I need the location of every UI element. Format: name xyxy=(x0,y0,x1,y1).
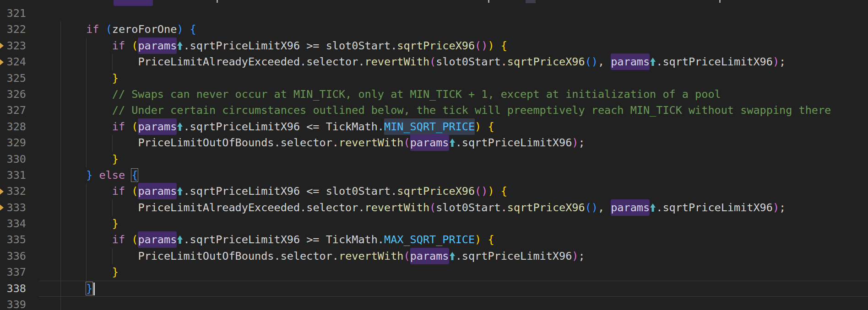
code-line[interactable]: 328 if (params.sqrtPriceLimitX96 <= Tick… xyxy=(0,119,868,135)
code-token xyxy=(34,55,138,68)
line-number[interactable]: 323 xyxy=(0,38,26,54)
code-line[interactable]: 334 } xyxy=(0,216,868,232)
code-token: ( xyxy=(429,201,436,214)
indent-guide xyxy=(60,297,61,310)
line-number[interactable]: 338 xyxy=(0,281,26,297)
code-token: ) xyxy=(475,233,481,246)
code-line[interactable]: 321 xyxy=(0,5,868,21)
code-token: } xyxy=(112,217,119,230)
code-token: slot0Start. xyxy=(436,55,507,68)
gutter-marker-icon xyxy=(0,187,4,196)
line-number[interactable]: 321 xyxy=(0,5,26,21)
code-text: } xyxy=(34,281,95,297)
code-token xyxy=(34,217,112,230)
code-token: { xyxy=(488,233,494,246)
code-token: .sqrtPriceLimitX96 xyxy=(656,201,773,214)
line-number[interactable]: 322 xyxy=(0,21,26,37)
code-text: if (params.sqrtPriceLimitX96 <= TickMath… xyxy=(34,119,494,135)
code-text: if (params.sqrtPriceLimitX96 <= slot0Sta… xyxy=(34,183,507,199)
code-text: PriceLimitAlreadyExceeded.selector.rever… xyxy=(34,54,786,70)
code-text: } xyxy=(34,264,119,280)
code-token: ( xyxy=(131,39,138,52)
line-number[interactable]: 331 xyxy=(0,167,26,183)
code-token: revertWith xyxy=(339,250,403,262)
code-line[interactable]: 331 } else { xyxy=(0,167,868,183)
code-line[interactable]: 338 } xyxy=(0,281,868,297)
params-occurrence-highlight: params xyxy=(410,248,449,264)
text-cursor xyxy=(93,283,95,295)
code-text: if (zeroForOne) { xyxy=(34,21,196,37)
code-token: .sqrtPriceLimitX96 xyxy=(456,250,572,262)
code-token xyxy=(125,185,131,198)
line-number[interactable]: 332 xyxy=(0,183,26,199)
code-token: sqrtPriceX96 xyxy=(397,185,475,198)
code-line[interactable]: 324 PriceLimitAlreadyExceeded.selector.r… xyxy=(0,54,868,70)
line-number[interactable]: 327 xyxy=(0,102,26,118)
code-line[interactable]: 330 } xyxy=(0,151,868,167)
code-token: PriceLimitOutOfBounds.selector. xyxy=(138,136,339,149)
code-token xyxy=(34,185,112,198)
code-token: sqrtPriceX96 xyxy=(397,39,475,52)
code-token: { xyxy=(501,39,507,52)
code-token: revertWith xyxy=(339,136,403,149)
code-token: else xyxy=(99,169,125,182)
code-token: ) xyxy=(773,55,779,68)
code-line[interactable]: 336 PriceLimitOutOfBounds.selector.rever… xyxy=(0,248,868,264)
code-line[interactable]: 332 if (params.sqrtPriceLimitX96 <= slot… xyxy=(0,183,868,199)
code-line[interactable]: 337 } xyxy=(0,264,868,280)
code-token: revertWith xyxy=(365,201,429,214)
code-token: MIN_SQRT_PRICE xyxy=(384,118,475,135)
params-occurrence-highlight: params xyxy=(410,134,449,151)
line-number[interactable]: 337 xyxy=(0,264,26,280)
code-token: // Under certain circumstances outlined … xyxy=(112,104,831,117)
line-number[interactable]: 334 xyxy=(0,216,26,232)
code-token: if xyxy=(112,233,125,246)
code-token xyxy=(125,39,131,52)
line-number[interactable]: 335 xyxy=(0,232,26,248)
code-line[interactable]: 326 // Swaps can never occur at MIN_TICK… xyxy=(0,86,868,102)
code-token: PriceLimitOutOfBounds.selector. xyxy=(138,250,339,262)
line-number[interactable]: 326 xyxy=(0,86,26,102)
storage-pointer-arrow-icon xyxy=(449,251,456,262)
code-lines: 321322 if (zeroForOne) {323 if (params.s… xyxy=(0,5,868,310)
code-line[interactable]: 323 if (params.sqrtPriceLimitX96 >= slot… xyxy=(0,38,868,54)
storage-pointer-arrow-icon xyxy=(177,186,183,197)
line-number[interactable]: 330 xyxy=(0,151,26,167)
line-number[interactable]: 333 xyxy=(0,200,26,216)
code-token xyxy=(34,23,86,36)
line-number[interactable]: 329 xyxy=(0,135,26,151)
code-token: ) xyxy=(488,39,494,52)
code-token: .sqrtPriceLimitX96 xyxy=(456,136,572,149)
code-text: } xyxy=(34,151,119,167)
code-line[interactable]: 339 xyxy=(0,297,868,310)
code-editor[interactable]: 321322 if (zeroForOne) {323 if (params.s… xyxy=(0,0,868,310)
code-token: ( xyxy=(131,120,138,133)
code-line[interactable]: 335 if (params.sqrtPriceLimitX96 >= Tick… xyxy=(0,232,868,248)
code-token: () xyxy=(475,39,488,52)
line-number[interactable]: 325 xyxy=(0,70,26,86)
code-line[interactable]: 327 // Under certain circumstances outli… xyxy=(0,102,868,118)
glyph-fragment xyxy=(217,0,218,3)
code-token xyxy=(34,104,112,117)
code-text: if (params.sqrtPriceLimitX96 >= TickMath… xyxy=(34,232,494,248)
code-token xyxy=(481,233,488,246)
line-number[interactable]: 324 xyxy=(0,54,26,70)
code-token: sqrtPriceX96 xyxy=(507,201,585,214)
code-token: } xyxy=(112,153,119,166)
line-number[interactable]: 339 xyxy=(0,297,26,310)
code-token xyxy=(34,250,138,262)
code-line[interactable]: 322 if (zeroForOne) { xyxy=(0,21,868,37)
code-token: PriceLimitAlreadyExceeded.selector. xyxy=(138,55,364,68)
code-token xyxy=(34,266,112,278)
gutter-marker-icon xyxy=(0,58,4,66)
code-token: { xyxy=(131,169,138,182)
code-line[interactable]: 333 PriceLimitAlreadyExceeded.selector.r… xyxy=(0,200,868,216)
line-number[interactable]: 336 xyxy=(0,248,26,264)
code-line[interactable]: 325 } xyxy=(0,70,868,86)
line-number[interactable]: 328 xyxy=(0,119,26,135)
code-text: PriceLimitAlreadyExceeded.selector.rever… xyxy=(34,200,786,216)
code-token: MAX_SQRT_PRICE xyxy=(384,233,475,246)
code-token xyxy=(125,233,131,246)
code-line[interactable]: 329 PriceLimitOutOfBounds.selector.rever… xyxy=(0,135,868,151)
params-occurrence-highlight: params xyxy=(611,53,650,70)
